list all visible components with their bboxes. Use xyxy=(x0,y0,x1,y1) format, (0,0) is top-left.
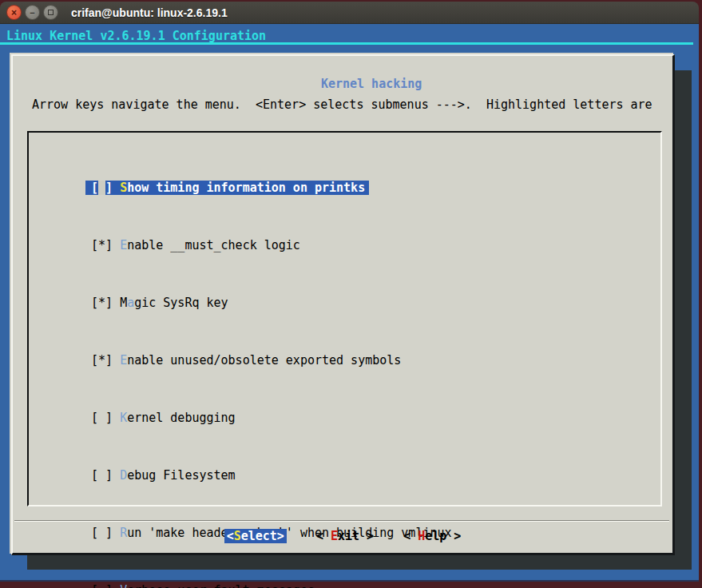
checkbox: ] xyxy=(105,296,113,310)
checkbox-state xyxy=(98,181,105,195)
hotkey-letter: K xyxy=(120,411,127,425)
checkbox: ] xyxy=(105,411,113,425)
select-button[interactable]: <Select> xyxy=(224,529,287,543)
menu-item-label: gic SysRq key xyxy=(134,296,228,310)
header-rule xyxy=(0,42,693,45)
menu-listbox: [ ] Show timing information on printks [… xyxy=(27,131,662,507)
checkbox: [ xyxy=(91,296,98,310)
checkbox-state xyxy=(98,411,105,425)
hotkey-letter: E xyxy=(120,238,127,252)
hotkey-letter: a xyxy=(127,296,134,310)
menu-item-label: nable unused/obsolete exported symbols xyxy=(127,353,401,368)
menu-item-label: ernel debugging xyxy=(127,411,235,425)
button-separator xyxy=(14,520,669,522)
checkbox-state: * xyxy=(98,238,105,252)
checkbox: [ xyxy=(91,583,98,588)
menu-item-label: how timing information on printks xyxy=(127,181,365,195)
hotkey-letter: S xyxy=(120,181,127,195)
checkbox: [ xyxy=(91,181,98,195)
menu-item-show-timing[interactable]: [ ] Show timing information on printks xyxy=(85,181,369,195)
maximize-button[interactable] xyxy=(43,5,58,20)
hotkey-letter: H xyxy=(418,529,425,543)
maximize-icon xyxy=(48,10,54,15)
menu-item-label: ebug Filesystem xyxy=(127,468,235,483)
menu-item-label: nable __must_check logic xyxy=(127,238,300,252)
help-button[interactable]: < Help > xyxy=(403,529,461,543)
exit-button[interactable]: < Exit > xyxy=(316,529,374,543)
dialog-title-rule xyxy=(18,47,668,49)
menu-item-unused-symbols[interactable]: [*] Enable unused/obsolete exported symb… xyxy=(91,353,401,368)
checkbox: ] xyxy=(105,181,113,195)
checkbox: [ xyxy=(91,353,98,368)
checkbox: [ xyxy=(91,411,98,425)
hotkey-letter: E xyxy=(120,353,127,368)
menu-item-verbose-fault[interactable]: [ ] Verbose user fault messages xyxy=(91,583,315,588)
checkbox: ] xyxy=(105,468,113,483)
checkbox-state xyxy=(98,468,105,483)
checkbox: ] xyxy=(105,353,113,368)
hotkey-letter: V xyxy=(120,583,127,588)
terminal-screen[interactable]: Linux Kernel v2.6.19.1 Configuration Ker… xyxy=(0,24,699,582)
menu-item-debug-filesystem[interactable]: [ ] Debug Filesystem xyxy=(91,468,236,483)
hotkey-letter: S xyxy=(234,529,241,543)
hotkey-letter: E xyxy=(331,529,338,543)
menu-item-magic-sysrq[interactable]: [*] Magic SysRq key xyxy=(91,296,228,310)
dialog-buttons: <Select> < Exit > < Help > xyxy=(13,529,672,543)
kernel-hacking-dialog: Kernel hacking Arrow keys navigate the m… xyxy=(11,54,675,555)
checkbox: [ xyxy=(91,468,98,483)
window-titlebar[interactable]: × − crifan@ubuntu: linux-2.6.19.1 xyxy=(0,2,699,24)
checkbox: [ xyxy=(91,238,98,252)
minimize-button[interactable]: − xyxy=(25,5,40,20)
close-button[interactable]: × xyxy=(6,5,22,20)
checkbox-state: * xyxy=(98,296,105,310)
checkbox-state xyxy=(98,583,105,588)
instruction-line: Arrow keys navigate the menu. <Enter> se… xyxy=(32,97,652,112)
hotkey-letter: D xyxy=(120,468,127,483)
checkbox: ] xyxy=(105,238,113,252)
checkbox: ] xyxy=(105,583,113,588)
menu-item-kernel-debugging[interactable]: [ ] Kernel debugging xyxy=(91,411,236,425)
menu-item-must-check[interactable]: [*] Enable __must_check logic xyxy=(91,238,300,252)
checkbox-state: * xyxy=(98,353,105,368)
desktop-frame: × − crifan@ubuntu: linux-2.6.19.1 Linux … xyxy=(0,0,702,588)
kernel-config-header: Linux Kernel v2.6.19.1 Configuration xyxy=(6,29,266,43)
window-title: crifan@ubuntu: linux-2.6.19.1 xyxy=(71,6,228,19)
menu-item-label: erbose user fault messages xyxy=(127,583,315,588)
